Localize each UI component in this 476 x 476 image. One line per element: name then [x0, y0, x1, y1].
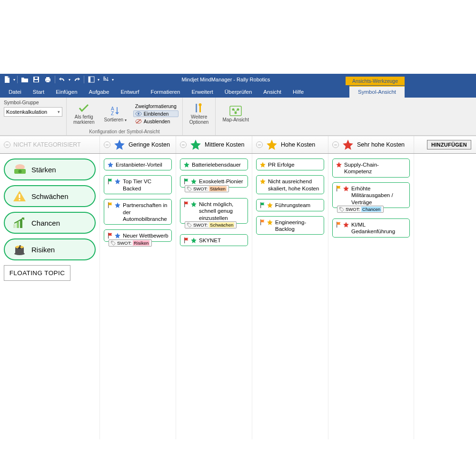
lane-categories: Stärken Schwächen Chancen Risiken FLOATI…: [0, 154, 100, 439]
sort-qat-icon[interactable]: [100, 74, 111, 85]
money-icon: [12, 163, 27, 176]
undo-icon[interactable]: [57, 74, 68, 85]
topic-card[interactable]: Top Tier VC Backed: [104, 175, 172, 194]
tab-aufgabe[interactable]: Aufgabe: [83, 87, 115, 98]
more-options-button[interactable]: Weitere Optionen: [187, 102, 212, 126]
topic-card[interactable]: PR Erfolge: [256, 159, 324, 170]
tab-datei[interactable]: Datei: [3, 87, 27, 98]
branch-format-label: Zweigformatierung: [133, 103, 178, 109]
board-body: Stärken Schwächen Chancen Risiken FLOATI…: [0, 154, 476, 439]
tab-einfuegen[interactable]: Einfügen: [50, 87, 83, 98]
topic-card[interactable]: Engineering-Backlog: [256, 216, 324, 235]
open-icon[interactable]: [20, 74, 30, 85]
new-file-icon[interactable]: [2, 74, 12, 85]
topic-card[interactable]: Partnerschaften in der Automobilbranche: [104, 199, 172, 225]
topic-card[interactable]: Erstanbieter-Vorteil: [104, 159, 172, 170]
add-column-button[interactable]: HINZUFÜGEN: [427, 140, 471, 149]
column-header[interactable]: −Mittlere Kosten: [176, 136, 252, 153]
title-bar: ▾ ▾ ▾ ▾ Mindjet MindManager - Rally Robo…: [0, 74, 476, 85]
symbol-group-label: Symbol-Gruppe: [4, 99, 62, 105]
column-uncategorized[interactable]: − NICHT KATEGORISIERT: [0, 136, 100, 153]
tab-symbol-ansicht[interactable]: Symbol-Ansicht: [349, 86, 405, 98]
context-tools-label: Ansichts-Werkzeuge: [346, 77, 405, 85]
map-view-button[interactable]: Map-Ansicht: [219, 105, 252, 123]
save-icon[interactable]: [31, 74, 41, 85]
mark-done-button[interactable]: Als fertig markieren: [70, 102, 97, 126]
svg-rect-5: [46, 80, 50, 82]
symbol-group-value: Kostenkalkulation: [6, 109, 47, 115]
star-icon: [114, 178, 121, 185]
star-icon: [183, 161, 190, 168]
svg-text:Z: Z: [111, 111, 114, 116]
collapse-icon[interactable]: −: [256, 141, 263, 148]
topic-card[interactable]: Nicht möglich, schnell genug einzustelle…: [180, 198, 248, 224]
flag-icon: [107, 232, 114, 239]
show-button[interactable]: Einblenden: [133, 110, 178, 117]
swot-tag[interactable]: SWOT: Risiken: [109, 239, 152, 247]
column-header[interactable]: −Hohe Kosten: [252, 136, 328, 153]
swot-tag[interactable]: SWOT: Chancen: [337, 206, 384, 213]
flag-icon: [183, 201, 190, 208]
topic-card[interactable]: Supply-Chain-Kompetenz: [332, 159, 410, 178]
tab-hilfe[interactable]: Hilfe: [287, 87, 309, 98]
star-icon: [107, 161, 114, 168]
sort-button[interactable]: AZ Sortieren ▾: [101, 105, 129, 123]
svg-rect-28: [20, 219, 22, 228]
topic-card[interactable]: KI/ML Gedankenführung: [332, 218, 410, 238]
svg-rect-7: [89, 77, 90, 82]
category-schwaechen[interactable]: Schwächen: [4, 185, 96, 207]
tab-ueberpruefen[interactable]: Überprüfen: [219, 87, 258, 98]
tab-erweitert[interactable]: Erweitert: [186, 87, 218, 98]
topic-card[interactable]: Batterielebensdauer: [180, 159, 248, 170]
svg-rect-25: [19, 199, 20, 200]
star-icon: [190, 178, 197, 185]
collapse-icon[interactable]: −: [4, 141, 10, 148]
svg-rect-14: [196, 104, 197, 112]
hide-button[interactable]: Ausblenden: [133, 118, 178, 125]
map-view-icon: [229, 106, 242, 116]
svg-point-39: [188, 224, 189, 225]
floating-topic[interactable]: FLOATING TOPIC: [4, 265, 70, 281]
symbol-group-combo[interactable]: Kostenkalkulation ▾: [4, 107, 62, 117]
tab-ansicht[interactable]: Ansicht: [258, 87, 287, 98]
topic-card[interactable]: Führungsteam: [256, 199, 324, 211]
svg-point-44: [340, 208, 341, 209]
redo-icon[interactable]: [71, 74, 82, 85]
hazard-icon: [12, 243, 27, 256]
swot-tag[interactable]: SWOT: Stärken: [185, 185, 229, 192]
star-icon: [267, 202, 273, 208]
topic-card[interactable]: SKYNET: [180, 234, 248, 246]
tab-formatieren[interactable]: Formatieren: [145, 87, 186, 98]
star-icon: [114, 202, 121, 208]
swot-tag[interactable]: SWOT: Schwächen: [185, 221, 237, 228]
collapse-icon[interactable]: −: [180, 141, 187, 148]
flag-icon: [183, 237, 190, 244]
flag-icon: [259, 202, 266, 208]
tab-entwurf[interactable]: Entwurf: [115, 87, 145, 98]
svg-point-35: [112, 241, 113, 242]
category-chancen[interactable]: Chancen: [4, 212, 96, 234]
topic-card[interactable]: Erhöhte Militärausgaben / Verträge: [332, 182, 410, 208]
print-icon[interactable]: [42, 74, 53, 85]
topic-card[interactable]: Nicht ausreichend skaliert, hohe Kosten: [256, 175, 324, 194]
star-icon: [190, 201, 197, 208]
eye-icon: [135, 111, 142, 116]
toggle-pane-icon[interactable]: [86, 74, 97, 85]
lane-sehr-hohe-kosten: Supply-Chain-KompetenzErhöhte Militäraus…: [328, 154, 414, 439]
category-staerken[interactable]: Stärken: [4, 159, 96, 180]
lane-mittlere-kosten: BatterielebensdauerExoskelett-PionierSWO…: [176, 154, 252, 439]
board-header: − NICHT KATEGORISIERT −Geringe Kosten−Mi…: [0, 136, 476, 154]
eye-off-icon: [135, 119, 142, 124]
tab-start[interactable]: Start: [27, 87, 50, 98]
flag-icon: [336, 221, 342, 228]
column-header[interactable]: −Sehr hohe Kosten: [328, 136, 414, 153]
lane-geringe-kosten: Erstanbieter-VorteilTop Tier VC BackedPa…: [100, 154, 176, 439]
ribbon: Symbol-Gruppe Kostenkalkulation ▾ Als fe…: [0, 98, 476, 136]
collapse-icon[interactable]: −: [332, 141, 339, 148]
column-header[interactable]: −Geringe Kosten: [100, 136, 176, 153]
app-title: Mindjet MindManager - Rally Robotics: [116, 77, 346, 82]
svg-rect-1: [34, 80, 38, 82]
collapse-icon[interactable]: −: [104, 141, 110, 148]
category-risiken[interactable]: Risiken: [4, 238, 96, 260]
svg-point-19: [237, 108, 239, 110]
